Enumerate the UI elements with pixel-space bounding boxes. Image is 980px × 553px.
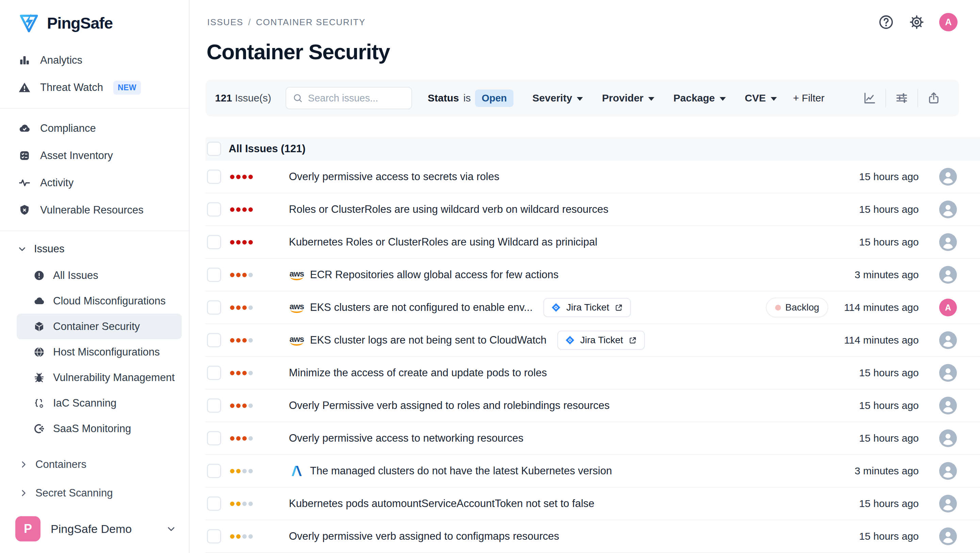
issue-title: Overly permissive access to networking r… [289,432,523,445]
sidebar-item-label: SaaS Monitoring [53,422,131,435]
assignee-avatar[interactable] [939,397,957,414]
assignee-avatar[interactable] [939,364,957,382]
issue-row[interactable]: Kubernetes pods automountServiceAccountT… [205,488,980,520]
row-checkbox[interactable] [207,366,221,380]
issue-row[interactable]: awsEKS cluster logs are not being sent t… [205,324,980,357]
issue-row-right: 114 minutes ago [844,331,957,349]
help-icon[interactable] [878,14,894,30]
sidebar-group-secret-scanning[interactable]: Secret Scanning [0,479,189,507]
workspace-switcher[interactable]: P PingSafe Demo [0,511,189,547]
sidebar-item-label: Vulnerability Management [53,371,175,384]
warning-icon [18,81,30,94]
severity-dot [236,534,240,539]
chevron-down-icon [720,97,726,101]
sidebar-divider [0,108,189,108]
sidebar-item-saas-monitoring[interactable]: SaaS Monitoring [17,416,182,441]
issue-row[interactable]: Overly permissive access to networking r… [205,422,980,455]
issue-row[interactable]: Roles or ClusterRoles are using wildcard… [205,193,980,226]
issue-count-number: 121 [215,92,232,104]
issue-row[interactable]: Overly permissive verb assigned to confi… [205,520,980,553]
assignee-avatar[interactable] [939,266,957,284]
assignee-avatar[interactable] [939,201,957,218]
sidebar-section-issues[interactable]: Issues [0,235,189,263]
select-all-checkbox[interactable] [207,142,221,156]
issue-row-right: 15 hours ago [859,201,957,218]
issue-row[interactable]: Overly Permissive verb assigned to roles… [205,390,980,422]
row-checkbox[interactable] [207,398,221,413]
search-input[interactable] [308,92,405,104]
filter-dropdown-package[interactable]: Package [673,92,726,104]
status-badge: Backlog [766,298,829,317]
assignee-avatar[interactable] [939,495,957,513]
line-chart-icon[interactable] [854,91,885,105]
sidebar-item-compliance[interactable]: Compliance [0,115,189,142]
row-checkbox[interactable] [207,268,221,282]
filter-dropdown-cve[interactable]: CVE [745,92,777,104]
analytics-icon [18,54,30,66]
severity-dot [230,207,234,212]
status-open-chip[interactable]: Open [475,89,513,107]
row-checkbox[interactable] [207,235,221,249]
severity-dot [242,403,247,408]
add-filter-button[interactable]: + Filter [793,92,825,104]
issue-row[interactable]: awsEKS clusters are not configured to en… [205,292,980,324]
assignee-avatar[interactable] [939,528,957,545]
row-checkbox[interactable] [207,431,221,445]
severity-dot [230,273,234,277]
severity-dot [230,371,234,375]
breadcrumb-issues[interactable]: ISSUES [207,17,243,27]
assignee-avatar[interactable] [939,331,957,349]
row-checkbox[interactable] [207,464,221,478]
row-checkbox[interactable] [207,202,221,217]
issue-row[interactable]: Overly permissive access to secrets via … [205,161,980,193]
sidebar-item-cloud-misconfigurations[interactable]: Cloud Misconfigurations [17,288,182,314]
row-checkbox[interactable] [207,300,221,315]
issue-row[interactable]: awsECR Repositories allow global access … [205,259,980,292]
sidebar-item-activity[interactable]: Activity [0,169,189,196]
row-checkbox[interactable] [207,333,221,347]
sidebar-item-vulnerable-resources[interactable]: Vulnerable Resources [0,196,189,224]
sliders-icon[interactable] [886,91,917,105]
sidebar-item-threat-watch[interactable]: Threat Watch NEW [0,74,189,101]
sidebar-item-iac-scanning[interactable]: IaC Scanning [17,390,182,416]
sidebar-group-containers[interactable]: Containers [0,450,189,479]
filter-dropdown-label: Package [673,92,715,104]
saas-icon [33,423,45,435]
issue-row[interactable]: Minimize the access of create and update… [205,357,980,390]
sidebar-item-label: Container Security [53,320,140,333]
row-checkbox[interactable] [207,529,221,543]
assignee-avatar[interactable]: A [939,299,957,316]
issue-row-main: Kubernetes Roles or ClusterRoles are usi… [289,236,597,248]
jira-ticket-chip[interactable]: Jira Ticket [557,331,645,350]
sidebar-item-container-security[interactable]: Container Security [17,314,182,339]
filter-dropdown-severity[interactable]: Severity [533,92,583,104]
severity-indicator [230,534,253,539]
gear-icon[interactable] [908,14,925,30]
pingsafe-logo[interactable]: PingSafe [0,0,189,34]
jira-ticket-chip[interactable]: Jira Ticket [543,298,631,317]
bug-icon [33,372,45,383]
sidebar-item-asset-inventory[interactable]: Asset Inventory [0,142,189,169]
row-checkbox[interactable] [207,170,221,184]
export-icon[interactable] [918,91,950,105]
issue-row[interactable]: Kubernetes Roles or ClusterRoles are usi… [205,226,980,259]
issue-row[interactable]: The managed clusters do not have the lat… [205,455,980,488]
severity-dot [230,534,234,539]
search-box[interactable] [285,87,412,109]
severity-dot [242,207,247,212]
assignee-avatar[interactable] [939,462,957,480]
sidebar-item-label: Threat Watch [40,81,103,94]
user-avatar[interactable]: A [939,13,958,31]
assignee-avatar[interactable] [939,168,957,186]
sidebar-item-host-misconfigurations[interactable]: Host Misconfigurations [17,339,182,365]
sidebar-item-vulnerability-management[interactable]: Vulnerability Management [17,365,182,390]
severity-dot [248,469,253,473]
filter-dropdown-provider[interactable]: Provider [602,92,654,104]
assignee-avatar[interactable] [939,429,957,447]
issues-list-header: All Issues (121) [205,137,980,161]
row-checkbox[interactable] [207,496,221,511]
sidebar-item-analytics[interactable]: Analytics [0,47,189,74]
assignee-avatar[interactable] [939,233,957,251]
severity-dot [248,502,253,506]
sidebar-item-all-issues[interactable]: All Issues [17,263,182,288]
